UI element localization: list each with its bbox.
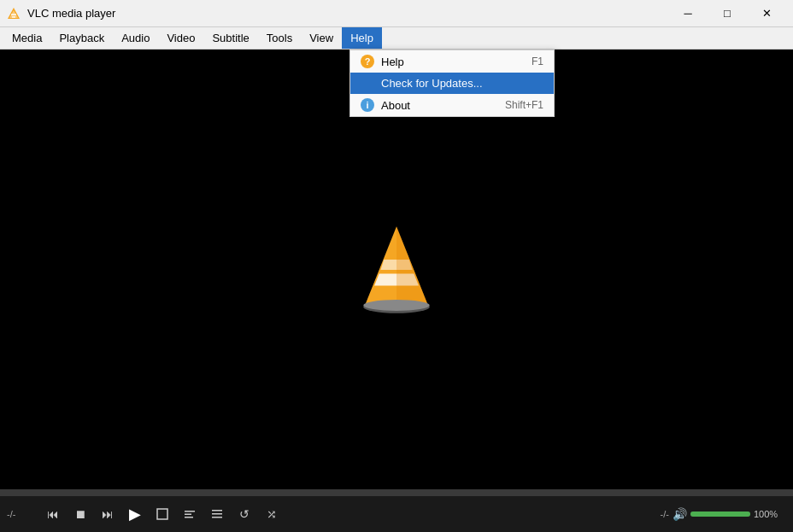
svg-rect-15: [212, 513, 222, 515]
vlc-app-icon: [7, 7, 21, 20]
svg-point-9: [363, 300, 430, 311]
menu-playback[interactable]: Playback: [50, 27, 113, 49]
menu-audio[interactable]: Audio: [113, 27, 158, 49]
svg-rect-14: [212, 510, 222, 512]
check-updates-label: Check for Updates...: [381, 77, 537, 90]
volume-bar[interactable]: [690, 512, 750, 517]
next-button[interactable]: ⏭: [96, 502, 120, 526]
app-title: VLC media player: [27, 7, 661, 20]
help-shortcut: F1: [532, 56, 543, 67]
dropdown-help[interactable]: ? Help F1: [350, 50, 554, 73]
controls-area: -/- ⏮ ⏹ ⏭ ▶ ↺ ⤮ -/-: [0, 489, 793, 532]
stop-button[interactable]: ⏹: [68, 502, 92, 526]
progress-bar[interactable]: [0, 489, 793, 496]
minimize-button[interactable]: ─: [668, 0, 708, 27]
svg-rect-16: [212, 517, 222, 518]
help-label: Help: [381, 56, 525, 68]
svg-rect-3: [12, 16, 15, 18]
menu-video[interactable]: Video: [158, 27, 203, 49]
dropdown-check-updates[interactable]: Check for Updates...: [350, 73, 554, 94]
prev-button[interactable]: ⏮: [41, 502, 65, 526]
svg-rect-13: [185, 517, 193, 518]
menu-view[interactable]: View: [301, 27, 342, 49]
extended-settings-button[interactable]: [178, 502, 202, 526]
volume-area: 🔊 100%: [673, 507, 786, 521]
play-button[interactable]: ▶: [123, 502, 147, 526]
menu-media[interactable]: Media: [3, 27, 50, 49]
window-controls: ─ □ ✕: [668, 0, 786, 27]
svg-rect-10: [157, 509, 167, 519]
svg-rect-11: [185, 511, 195, 512]
about-icon: i: [361, 98, 374, 112]
maximize-button[interactable]: □: [708, 0, 747, 27]
about-label: About: [381, 99, 498, 112]
svg-rect-12: [185, 514, 191, 516]
vlc-cone: [345, 219, 448, 321]
svg-rect-2: [11, 14, 16, 15]
menu-bar: Media Playback Audio Video Subtitle Tool…: [0, 27, 793, 50]
playlist-button[interactable]: [205, 502, 229, 526]
about-shortcut: Shift+F1: [505, 99, 543, 111]
help-dropdown: ? Help F1 Check for Updates... i About S…: [350, 50, 555, 117]
menu-subtitle[interactable]: Subtitle: [203, 27, 257, 49]
close-button[interactable]: ✕: [747, 0, 786, 27]
time-start: -/-: [7, 509, 38, 519]
dropdown-about[interactable]: i About Shift+F1: [350, 94, 554, 116]
volume-icon: 🔊: [673, 507, 687, 521]
random-button[interactable]: ⤮: [260, 502, 284, 526]
title-bar: VLC media player ─ □ ✕: [0, 0, 793, 27]
menu-help[interactable]: Help: [342, 27, 382, 49]
controls-row: -/- ⏮ ⏹ ⏭ ▶ ↺ ⤮ -/-: [0, 496, 793, 532]
fullscreen-button[interactable]: [150, 502, 174, 526]
loop-button[interactable]: ↺: [232, 502, 256, 526]
time-end: -/-: [638, 509, 669, 519]
help-icon: ?: [361, 55, 374, 68]
svg-marker-7: [396, 226, 428, 305]
volume-label: 100%: [754, 509, 786, 519]
menu-tools[interactable]: Tools: [258, 27, 301, 49]
volume-fill: [690, 512, 750, 517]
